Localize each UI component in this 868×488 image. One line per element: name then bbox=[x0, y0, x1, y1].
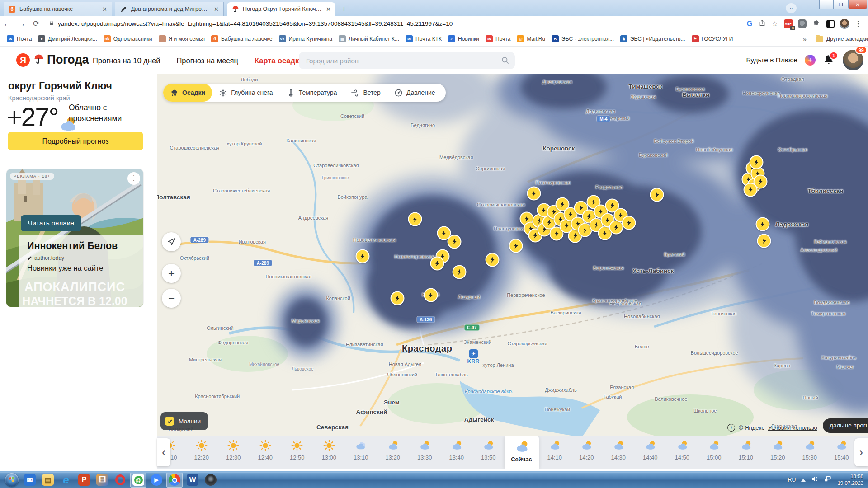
language-indicator[interactable]: RU bbox=[788, 477, 796, 483]
timeline-item[interactable]: 14:50 bbox=[666, 436, 698, 469]
browser-tab[interactable]: бБабушка на лавочке✕ bbox=[4, 2, 112, 16]
forward-icon[interactable]: → bbox=[14, 19, 29, 28]
taskbar-powerpoint-icon[interactable]: P bbox=[76, 473, 92, 488]
taskbar-mail-app-icon[interactable]: ✉ bbox=[22, 473, 38, 488]
refresh-icon[interactable]: ⟳ bbox=[29, 19, 43, 28]
terms-link[interactable]: Условия использо bbox=[768, 424, 817, 431]
bookmark-item[interactable]: ♞ЭБС | «Издательств... bbox=[620, 35, 685, 42]
taskbar-word-icon[interactable]: W bbox=[184, 473, 201, 488]
timeline-item[interactable]: 13:20 bbox=[377, 436, 409, 469]
timeline-item[interactable]: 12:50 bbox=[281, 436, 313, 469]
restore-button[interactable]: ❐ bbox=[834, 0, 848, 9]
timeline-item[interactable]: 13:10 bbox=[345, 436, 377, 469]
zoom-out-button[interactable]: − bbox=[162, 289, 181, 308]
timeline-item[interactable]: 13:00 bbox=[313, 436, 345, 469]
bookmark-item[interactable]: ✉Почта bbox=[7, 35, 32, 42]
precipitation-map[interactable]: ЛебедиДнепровскаяТимашевскОтраднаяБузино… bbox=[157, 74, 868, 436]
timeline-item[interactable]: 13:30 bbox=[409, 436, 441, 469]
timeline-item[interactable]: 14:40 bbox=[634, 436, 666, 469]
detailed-forecast-button[interactable]: Подробный прогноз bbox=[8, 132, 143, 150]
network-icon[interactable] bbox=[824, 475, 832, 484]
bookmark-item[interactable]: vkИрина Куничкина bbox=[279, 35, 332, 42]
bookmark-item[interactable]: Я и моя семья bbox=[159, 35, 205, 42]
map-layer-Осадки[interactable]: Осадки bbox=[163, 84, 212, 102]
checkbox-checked-icon[interactable] bbox=[165, 417, 174, 426]
bookmark-item[interactable]: бБабушка на лавочке bbox=[211, 35, 273, 42]
taskbar-internet-explorer-icon[interactable]: e bbox=[58, 473, 74, 488]
taskbar-zoom-icon[interactable]: ▶ bbox=[148, 473, 165, 488]
ad-menu-icon[interactable]: ⋮ bbox=[127, 172, 140, 185]
map-layer-Ветер[interactable]: Ветер bbox=[344, 84, 387, 102]
taskbar-opera-icon[interactable] bbox=[112, 473, 128, 488]
timeline-item[interactable]: 14:30 bbox=[603, 436, 635, 469]
search-input[interactable] bbox=[299, 52, 515, 69]
timeline-item[interactable]: 13:50 bbox=[472, 436, 505, 469]
bookmark-item[interactable]: ВЭБС - электронная... bbox=[552, 35, 614, 42]
ad-read-button[interactable]: Читать онлайн bbox=[21, 215, 81, 231]
timeline-item[interactable]: 15:10 bbox=[730, 436, 762, 469]
ad-card[interactable]: РЕКЛАМА · 18+ ⋮ АПОКАЛИПСИС НАЧНЕТСЯ В 1… bbox=[6, 169, 143, 307]
timeline-item[interactable]: 15:20 bbox=[762, 436, 794, 469]
timeline-item[interactable]: 12:30 bbox=[217, 436, 250, 469]
share-icon[interactable] bbox=[756, 19, 769, 28]
extension-icon[interactable] bbox=[796, 19, 808, 29]
bookmark-item[interactable]: @Mail.Ru bbox=[517, 35, 545, 42]
taskbar-movie-maker-icon[interactable]: 🎞 bbox=[94, 473, 110, 488]
user-avatar[interactable]: 99 bbox=[843, 50, 863, 70]
timeline-item[interactable]: 15:30 bbox=[794, 436, 826, 469]
search-icon[interactable] bbox=[501, 56, 509, 66]
bookmark-item[interactable]: ZНовинки bbox=[448, 35, 479, 42]
bookmark-star-icon[interactable]: ☆ bbox=[769, 20, 781, 28]
tab-close-icon[interactable]: ✕ bbox=[326, 6, 331, 13]
zoom-in-button[interactable]: + bbox=[162, 264, 181, 283]
browser-tab[interactable]: Два агронома и дед Митрофан✕ bbox=[115, 2, 224, 16]
taskbar-explorer-icon[interactable]: ▤ bbox=[40, 473, 56, 488]
timeline-item[interactable]: 14:10 bbox=[539, 436, 571, 469]
yandex-plus-icon[interactable]: + bbox=[805, 55, 816, 66]
bookmark-item[interactable]: ⚑ГОСУСЛУГИ bbox=[692, 35, 733, 42]
clock[interactable]: 13:58 19.07.2023 bbox=[837, 473, 863, 487]
yandex-pogoda-logo[interactable]: Я Погода bbox=[16, 53, 89, 67]
new-tab-button[interactable]: + bbox=[338, 4, 350, 14]
timeline-prev-icon[interactable]: ‹ bbox=[157, 438, 170, 466]
bookmark-item[interactable]: ▤Личный Кабинет К... bbox=[339, 35, 399, 42]
minimize-button[interactable]: — bbox=[819, 0, 834, 9]
browser-menu-icon[interactable]: ⋮ bbox=[852, 19, 864, 29]
tab-close-icon[interactable]: ✕ bbox=[214, 6, 219, 13]
bookmarks-overflow-icon[interactable]: » bbox=[803, 35, 807, 43]
bookmark-item[interactable]: ✉Почта КТК bbox=[406, 35, 442, 42]
tray-expand-icon[interactable] bbox=[801, 479, 806, 482]
timeline-item[interactable]: 14:20 bbox=[571, 436, 603, 469]
timeline-item[interactable]: 12:20 bbox=[186, 436, 218, 469]
info-icon[interactable]: i bbox=[727, 424, 735, 432]
nav-forecast-month[interactable]: Прогноз на месяц bbox=[176, 56, 238, 65]
address-bar[interactable]: yandex.ru/pogoda/maps/nowcast?via=hnav&l… bbox=[45, 18, 743, 30]
lightning-toggle[interactable]: Молнии bbox=[160, 412, 208, 430]
bookmark-item[interactable]: okОдноклассники bbox=[104, 35, 152, 42]
taskbar-camera-icon[interactable] bbox=[203, 473, 219, 488]
timeline-item[interactable]: 15:00 bbox=[698, 436, 730, 469]
timeline-next-icon[interactable]: › bbox=[854, 438, 868, 466]
close-button[interactable]: ✕ bbox=[848, 0, 867, 9]
profile-avatar[interactable] bbox=[838, 19, 850, 29]
notifications-bell[interactable]: 1 bbox=[823, 54, 835, 66]
other-bookmarks-button[interactable]: Другие закладки bbox=[826, 36, 868, 42]
timeline-item[interactable]: 15:40 bbox=[826, 436, 858, 469]
taskbar-chrome-icon[interactable] bbox=[166, 473, 183, 488]
timeline-item-now[interactable]: Сейчас bbox=[505, 436, 539, 469]
map-layer-Глубина снега[interactable]: Глубина снега bbox=[212, 84, 279, 102]
plus-link[interactable]: Будьте в Плюсе bbox=[746, 56, 797, 64]
adblock-icon[interactable]: ABP 8 bbox=[782, 19, 794, 29]
back-icon[interactable]: ← bbox=[0, 19, 14, 28]
timeline-item[interactable]: 12:40 bbox=[250, 436, 282, 469]
taskbar-mailru-agent-icon[interactable]: @ bbox=[130, 473, 146, 488]
map-layer-Давление[interactable]: Давление bbox=[387, 84, 442, 102]
timeline-item[interactable]: 13:40 bbox=[441, 436, 473, 469]
map-layer-Температура[interactable]: Температура bbox=[280, 84, 344, 102]
puzzle-icon[interactable] bbox=[810, 19, 822, 29]
location-region-link[interactable]: Краснодарский край bbox=[8, 94, 70, 102]
tab-close-icon[interactable]: ✕ bbox=[102, 6, 107, 13]
bookmark-item[interactable]: ✉Почта bbox=[486, 35, 510, 42]
darkmode-extension-icon[interactable] bbox=[824, 19, 836, 29]
volume-icon[interactable] bbox=[811, 475, 818, 484]
